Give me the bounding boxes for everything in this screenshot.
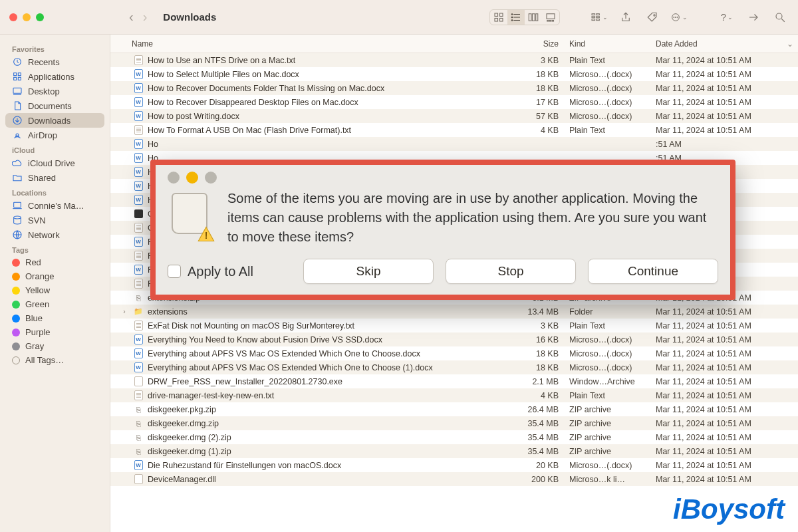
sidebar-item-red[interactable]: Red [5,255,104,269]
sidebar-item-applications[interactable]: Applications [5,69,104,84]
sidebar-item-yellow[interactable]: Yellow [5,283,104,297]
file-type-icon: W [133,111,144,122]
file-kind: Plain Text [569,56,656,65]
file-row[interactable]: How to Use an NTFS Drive on a Mac.txt3 K… [110,53,798,67]
dialog-close-button[interactable] [168,172,180,184]
forward-button[interactable]: › [143,9,148,25]
continue-button[interactable]: Continue [588,259,718,284]
sidebar-item-documents[interactable]: Documents [5,98,104,113]
view-icons-button[interactable] [490,10,507,25]
file-row[interactable]: DRW_Free_RSS_new_Installer_20220801.2730… [110,374,798,388]
header-name[interactable]: Name [110,39,503,49]
file-row[interactable]: DeviceManager.dll200 KBMicroso…k li…Mar … [110,472,798,486]
disclosure-triangle[interactable]: › [120,308,129,315]
file-name: DRW_Free_RSS_new_Installer_20220801.2730… [148,377,503,386]
sidebar-item-shared[interactable]: Shared [5,170,104,185]
sidebar-item-airdrop[interactable]: AirDrop [5,128,104,142]
sidebar-item-purple[interactable]: Purple [5,325,104,339]
help-button[interactable]: ?⌄ [718,10,735,25]
group-by-button[interactable]: ⌄ [591,10,608,25]
dialog-zoom-button[interactable] [205,172,217,184]
sidebar-item-svn[interactable]: SVN [5,213,104,227]
skip-button[interactable]: Skip [303,259,434,284]
file-row[interactable]: WHow to post Writing.docx57 KBMicroso…(.… [110,109,798,123]
apply-to-all-label: Apply to All [188,264,253,279]
svg-rect-12 [536,13,538,21]
close-window-button[interactable] [9,13,17,21]
file-row[interactable]: ›📁extensions13.4 MBFolderMar 11, 2024 at… [110,305,798,319]
sidebar-item-icloud-drive[interactable]: iCloud Drive [5,156,104,170]
minimize-window-button[interactable] [23,13,31,21]
file-row[interactable]: ⎘diskgeeker.dmg (1).zip35.4 MBZIP archiv… [110,444,798,458]
sidebar-item-green[interactable]: Green [5,297,104,311]
checkbox-box[interactable] [168,265,181,278]
view-gallery-button[interactable] [542,10,559,25]
zoom-window-button[interactable] [36,13,44,21]
file-kind: Folder [569,307,656,317]
file-name: How To Format A USB On Mac (Flash Drive … [148,126,503,135]
file-row[interactable]: WDie Ruhezustand für Einstellungen von m… [110,458,798,472]
file-row[interactable]: ExFat Disk not Mounting on macOS Big Sur… [110,319,798,332]
window-title: Downloads [163,11,484,23]
file-date: Mar 11, 2024 at 10:51 AM [656,112,798,121]
file-type-icon [133,209,144,219]
svg-rect-19 [592,19,595,20]
share-button[interactable] [617,10,634,25]
dialog-minimize-button[interactable] [186,172,198,184]
header-size[interactable]: Size [503,39,569,49]
file-row[interactable]: WHow to Select Multiple Files on Mac.doc… [110,67,798,81]
file-row[interactable]: WEverything about APFS VS Mac OS Extende… [110,360,798,374]
svg-rect-32 [14,73,17,76]
file-row[interactable]: ⎘diskgeeker.pkg.zip26.4 MBZIP archiveMar… [110,402,798,416]
header-date[interactable]: Date Added [656,39,782,49]
file-size: 3 KB [503,56,569,65]
file-date: Mar 11, 2024 at 10:51 AM [656,405,798,414]
file-type-icon [133,390,144,401]
file-row[interactable]: drive-manager-test-key-new-en.txt4 KBPla… [110,388,798,402]
file-row[interactable]: ⎘diskgeeker.dmg (2).zip35.4 MBZIP archiv… [110,430,798,444]
sidebar-item-downloads[interactable]: Downloads [5,113,104,128]
svg-point-42 [14,216,21,219]
view-list-button[interactable] [507,10,525,25]
file-size: 16 KB [503,335,569,344]
new-folder-button[interactable] [745,10,762,25]
sidebar-item-blue[interactable]: Blue [5,311,104,325]
actions-button[interactable]: ⌄ [670,10,688,25]
sidebar-item-desktop[interactable]: Desktop [5,84,104,98]
sidebar-item-gray[interactable]: Gray [5,339,104,353]
sidebar-item-all-tags-[interactable]: All Tags… [5,353,104,367]
sidebar-section-title: Favorites [5,41,104,55]
svg-rect-16 [552,20,553,21]
file-date: Mar 11, 2024 at 10:51 AM [656,447,798,456]
file-name: diskgeeker.dmg (2).zip [148,433,503,442]
header-sort-icon[interactable]: ⌄ [782,39,798,49]
header-kind[interactable]: Kind [569,39,656,49]
file-type-icon: W [133,348,144,359]
file-kind: Plain Text [569,126,656,135]
file-row[interactable]: ⎘diskgeeker.dmg.zip35.4 MBZIP archiveMar… [110,416,798,430]
file-date: Mar 11, 2024 at 10:51 AM [656,84,798,93]
tags-button[interactable] [644,10,661,25]
stop-button[interactable]: Stop [446,259,576,284]
file-name: DeviceManager.dll [148,475,503,484]
sidebar-item-connie-s-ma-[interactable]: Connie's Ma… [5,198,104,213]
apply-to-all-checkbox[interactable]: Apply to All [168,264,253,279]
file-row[interactable]: WHow to Recover Disappeared Desktop File… [110,95,798,109]
view-columns-button[interactable] [525,10,542,25]
file-row[interactable]: WEverything You Need to Know about Fusio… [110,332,798,346]
svg-rect-10 [529,13,531,21]
file-row[interactable]: WHow to Recover Documents Folder That Is… [110,81,798,95]
sidebar-item-network[interactable]: Network [5,227,104,242]
file-type-icon: W [133,334,144,345]
file-row[interactable]: WEverything about APFS VS Mac OS Extende… [110,346,798,360]
sidebar-item-recents[interactable]: Recents [5,55,104,69]
file-name: Everything about APFS VS Mac OS Extended… [148,363,503,372]
sidebar-item-orange[interactable]: Orange [5,269,104,283]
svg-point-27 [677,17,678,17]
file-row[interactable]: WHo:51 AM [110,137,798,151]
file-row[interactable]: How To Format A USB On Mac (Flash Drive … [110,123,798,137]
search-button[interactable] [771,10,789,25]
back-button[interactable]: ‹ [129,9,134,25]
list-header: Name Size Kind Date Added ⌄ [110,35,798,53]
svg-rect-0 [495,13,498,17]
